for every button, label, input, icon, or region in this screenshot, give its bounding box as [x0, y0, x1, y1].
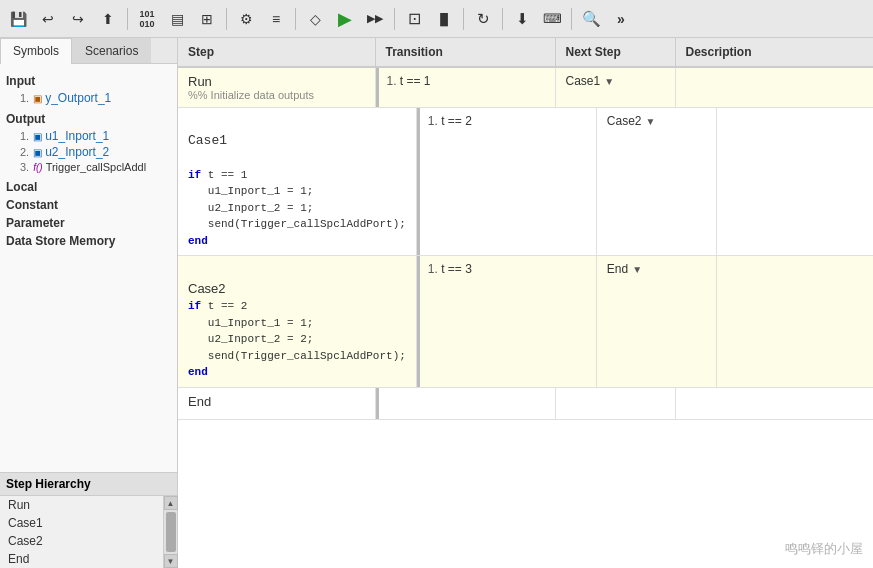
undo-button[interactable]: ↩	[34, 5, 62, 33]
hierarchy-item-end[interactable]: End	[0, 550, 163, 568]
tab-symbols[interactable]: Symbols	[0, 38, 72, 64]
list-button[interactable]: ≡	[262, 5, 290, 33]
keyboard-button[interactable]: ⌨	[538, 5, 566, 33]
next-step-dropdown-case2[interactable]: ▼	[632, 264, 642, 275]
next-step-cell-run: Case1 ▼	[556, 68, 676, 107]
next-step-dropdown-run[interactable]: ▼	[604, 76, 614, 87]
input-icon-1: ▣	[33, 131, 42, 142]
tree-item-trigger[interactable]: 3. f() Trigger_callSpclAddl	[4, 160, 173, 174]
redo-button[interactable]: ↪	[64, 5, 92, 33]
th-next-step: Next Step	[556, 38, 676, 66]
toolbar-separator-3	[295, 8, 296, 30]
scroll-down-arrow[interactable]: ▼	[164, 554, 178, 568]
up-button[interactable]: ⬆	[94, 5, 122, 33]
toolbar: 💾 ↩ ↪ ⬆ 101010 ▤ ⊞ ⚙ ≡ ◇ ▶ ▶▶ ⊡ ▐▌ ↻ ⬇ ⌨…	[0, 0, 873, 38]
section-local: Local	[4, 180, 173, 194]
table-row: Run %% Initialize data outputs 1. t == 1…	[178, 68, 873, 108]
tab-scenarios[interactable]: Scenarios	[72, 38, 151, 63]
step-button[interactable]: ⊡	[400, 5, 428, 33]
fastplay-button[interactable]: ▶▶	[361, 5, 389, 33]
search-button[interactable]: 🔍	[577, 5, 605, 33]
th-transition: Transition	[376, 38, 556, 66]
scroll-up-arrow[interactable]: ▲	[164, 496, 178, 510]
desc-cell-case1	[717, 108, 873, 255]
transition-cell-run: 1. t == 1	[376, 68, 556, 107]
grid-button[interactable]: ⊞	[193, 5, 221, 33]
tree-item-u2-inport[interactable]: 2. ▣ u2_Inport_2	[4, 144, 173, 160]
tab-bar: Symbols Scenarios	[0, 38, 177, 64]
step-hierarchy: Step Hierarchy Run Case1 Case2 End ▲ ▼	[0, 472, 177, 568]
scroll-thumb[interactable]	[166, 512, 176, 552]
step-cell-run: Run %% Initialize data outputs	[178, 68, 376, 107]
table-row: Case1 if t == 1 u1_Inport_1 = 1; u2_Inpo…	[178, 108, 873, 256]
hierarchy-item-run[interactable]: Run	[0, 496, 163, 514]
scroll-track: ▲ ▼	[163, 496, 177, 568]
desc-cell-end	[676, 388, 874, 419]
step-cell-case1: Case1 if t == 1 u1_Inport_1 = 1; u2_Inpo…	[178, 108, 417, 255]
transition-item: 1. t == 2	[428, 114, 586, 128]
transition-cell-case1: 1. t == 2	[417, 108, 597, 255]
step-hierarchy-list: Run Case1 Case2 End	[0, 496, 163, 568]
transition-cell-end	[376, 388, 556, 419]
next-step-cell-case1: Case2 ▼	[597, 108, 717, 255]
section-input: Input	[4, 74, 173, 88]
transition-cell-case2: 1. t == 3	[417, 256, 597, 387]
next-step-cell-case2: End ▼	[597, 256, 717, 387]
section-constant: Constant	[4, 198, 173, 212]
more-button[interactable]: »	[607, 5, 635, 33]
play-button[interactable]: ▶	[331, 5, 359, 33]
left-panel: Symbols Scenarios Input 1. ▣ y_Outport_1…	[0, 38, 178, 568]
section-data-store-memory: Data Store Memory	[4, 234, 173, 248]
section-parameter: Parameter	[4, 216, 173, 230]
hierarchy-item-case1[interactable]: Case1	[0, 514, 163, 532]
transition-item: 1. t == 3	[428, 262, 586, 276]
right-content: Step Transition Next Step Description Ru…	[178, 38, 873, 568]
table-row: End	[178, 388, 873, 420]
toolbar-separator-2	[226, 8, 227, 30]
main-layout: Symbols Scenarios Input 1. ▣ y_Outport_1…	[0, 38, 873, 568]
step-cell-end: End	[178, 388, 376, 419]
table-row: Case2 if t == 2 u1_Inport_1 = 1; u2_Inpo…	[178, 256, 873, 388]
transition-item: 1. t == 1	[387, 74, 545, 88]
rotate-button[interactable]: ↻	[469, 5, 497, 33]
table-body: Run %% Initialize data outputs 1. t == 1…	[178, 68, 873, 568]
step-hierarchy-header: Step Hierarchy	[0, 473, 177, 496]
desc-cell-run	[676, 68, 874, 107]
tree-item-u1-inport[interactable]: 1. ▣ u1_Inport_1	[4, 128, 173, 144]
next-step-cell-end	[556, 388, 676, 419]
th-step: Step	[178, 38, 376, 66]
th-description: Description	[676, 38, 874, 66]
export-button[interactable]: ⬇	[508, 5, 536, 33]
input-icon-2: ▣	[33, 147, 42, 158]
hierarchy-item-case2[interactable]: Case2	[0, 532, 163, 550]
toolbar-separator-4	[394, 8, 395, 30]
toolbar-separator-5	[463, 8, 464, 30]
output-icon: ▣	[33, 93, 42, 104]
section-output: Output	[4, 112, 173, 126]
tree-item-y-outport[interactable]: 1. ▣ y_Outport_1	[4, 90, 173, 106]
toolbar-separator-1	[127, 8, 128, 30]
step-cell-case2: Case2 if t == 2 u1_Inport_1 = 1; u2_Inpo…	[178, 256, 417, 387]
binary-button[interactable]: 101010	[133, 5, 161, 33]
panel-button[interactable]: ▤	[163, 5, 191, 33]
toolbar-separator-6	[502, 8, 503, 30]
diamond-button[interactable]: ◇	[301, 5, 329, 33]
fx-icon: f()	[33, 162, 42, 173]
symbol-tree: Input 1. ▣ y_Outport_1 Output 1. ▣ u1_In…	[0, 64, 177, 472]
table-header: Step Transition Next Step Description	[178, 38, 873, 68]
toolbar-separator-7	[571, 8, 572, 30]
pause-button[interactable]: ▐▌	[430, 5, 458, 33]
settings-button[interactable]: ⚙	[232, 5, 260, 33]
step-hierarchy-scroll: Run Case1 Case2 End ▲ ▼	[0, 496, 177, 568]
next-step-dropdown-case1[interactable]: ▼	[646, 116, 656, 127]
desc-cell-case2	[717, 256, 873, 387]
save-button[interactable]: 💾	[4, 5, 32, 33]
